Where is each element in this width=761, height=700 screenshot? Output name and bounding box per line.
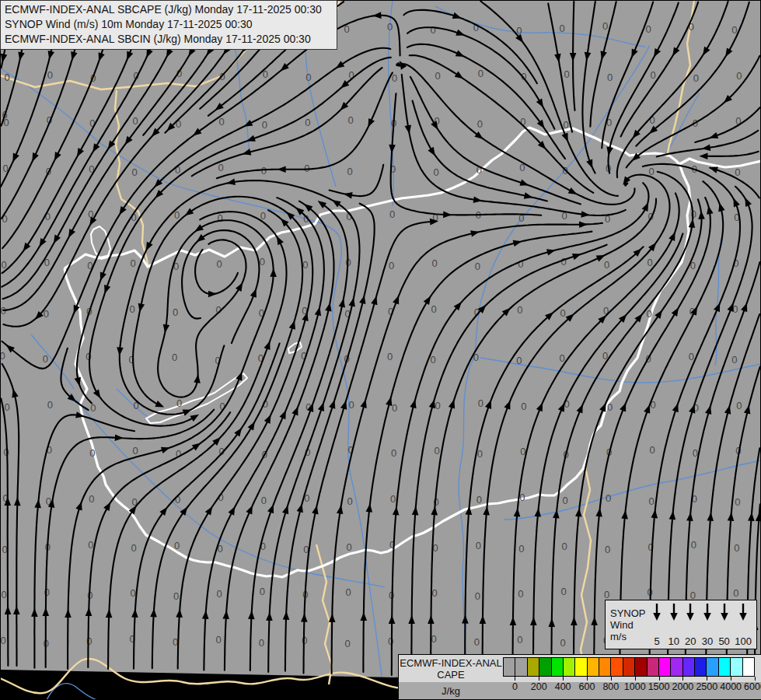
station-value: 0 bbox=[731, 24, 737, 36]
cape-color-cell bbox=[527, 657, 539, 677]
station-value: 0 bbox=[216, 588, 222, 600]
cape-tick bbox=[731, 677, 731, 681]
station-value: 0 bbox=[646, 308, 651, 320]
cape-tick-label: 600 bbox=[579, 681, 595, 692]
wind-speed-column: 50 bbox=[718, 603, 731, 647]
station-value: 0 bbox=[215, 634, 221, 646]
station-value: 0 bbox=[260, 586, 265, 597]
station-value: 0 bbox=[347, 166, 353, 177]
cape-tick bbox=[682, 677, 683, 681]
station-value: 0 bbox=[174, 540, 180, 551]
station-value: 0 bbox=[47, 69, 53, 81]
wind-legend-label-unit: m/s bbox=[610, 631, 651, 642]
cape-tick-label: 200 bbox=[531, 681, 547, 692]
station-value: 0 bbox=[518, 543, 524, 555]
wind-speed-value: 30 bbox=[702, 635, 713, 647]
cape-tick-label: 400 bbox=[555, 681, 571, 692]
station-value: 0 bbox=[133, 445, 138, 457]
station-value: 0 bbox=[647, 257, 652, 268]
wind-speed-value: 100 bbox=[735, 635, 752, 647]
cape-color-cell bbox=[563, 657, 575, 677]
cape-color-cell bbox=[515, 657, 527, 677]
cape-color-cell bbox=[551, 657, 564, 677]
cape-color-bar bbox=[503, 657, 755, 677]
station-value: 0 bbox=[387, 351, 393, 362]
cape-tick-labels: 0200400600800100015002000250040006000 bbox=[503, 677, 755, 698]
station-value: 0 bbox=[689, 351, 694, 362]
down-arrow-icon bbox=[684, 603, 696, 621]
wind-legend-label-wind: Wind bbox=[610, 619, 651, 631]
station-value: 0 bbox=[431, 257, 437, 269]
station-value: 0 bbox=[735, 166, 740, 178]
station-value: 0 bbox=[89, 493, 94, 505]
station-value: 0 bbox=[173, 306, 178, 318]
station-value: 0 bbox=[176, 397, 182, 409]
map-canvas: 0000000000000000000000000000000000000000… bbox=[0, 0, 761, 700]
station-value: 0 bbox=[47, 399, 53, 411]
cape-color-cell bbox=[634, 657, 647, 677]
cape-legend-text: ECMWF-INDEX-ANAL CAPE J/kg bbox=[399, 655, 503, 699]
station-value: 0 bbox=[4, 401, 9, 413]
station-value: 0 bbox=[44, 586, 50, 598]
cape-tick bbox=[659, 677, 660, 681]
station-value: 0 bbox=[733, 587, 738, 599]
station-value: 0 bbox=[346, 586, 351, 598]
station-value: 0 bbox=[561, 586, 567, 597]
station-value: 0 bbox=[476, 494, 482, 506]
cape-tick bbox=[755, 677, 756, 681]
wind-speed-value: 5 bbox=[654, 635, 659, 647]
station-value: 0 bbox=[516, 355, 522, 366]
station-value: 0 bbox=[88, 539, 93, 551]
station-value: 0 bbox=[216, 258, 222, 270]
station-value: 0 bbox=[304, 163, 309, 174]
cape-tick-label: 800 bbox=[602, 681, 619, 692]
cape-color-cell bbox=[658, 657, 671, 677]
cape-legend-inner: ECMWF-INDEX-ANAL CAPE J/kg 0200400600800… bbox=[399, 655, 761, 699]
station-value: 0 bbox=[261, 495, 267, 506]
station-value: 0 bbox=[45, 211, 51, 222]
down-arrow-icon bbox=[737, 603, 749, 621]
cape-tick bbox=[611, 677, 612, 681]
station-value: 0 bbox=[131, 542, 137, 554]
wind-legend: SYNOP Wind m/s 510203050100 bbox=[605, 600, 757, 649]
station-value: 0 bbox=[560, 23, 565, 34]
station-value: 0 bbox=[517, 304, 522, 316]
wind-speed-column: 100 bbox=[735, 603, 752, 647]
station-value: 0 bbox=[435, 400, 440, 411]
station-value: 0 bbox=[173, 590, 179, 602]
cape-tick bbox=[587, 677, 588, 681]
title-box: ECMWF-INDEX-ANAL SBCAPE (J/kg) Monday 17… bbox=[0, 0, 337, 50]
wind-speed-column: 20 bbox=[684, 603, 696, 647]
station-value: 0 bbox=[387, 21, 393, 33]
station-value: 0 bbox=[691, 539, 696, 551]
station-value: 0 bbox=[389, 260, 394, 271]
station-value: 0 bbox=[43, 353, 48, 365]
station-value: 0 bbox=[431, 587, 437, 599]
cape-color-cell bbox=[730, 657, 742, 677]
station-value: 0 bbox=[86, 635, 92, 647]
cape-color-cell bbox=[706, 657, 718, 677]
cape-color-cell bbox=[623, 657, 635, 677]
cape-color-cell bbox=[539, 657, 551, 677]
cape-tick bbox=[635, 677, 636, 681]
cape-tick-label: 4000 bbox=[720, 681, 742, 692]
station-value: 0 bbox=[430, 24, 435, 36]
cape-tick-label: 2000 bbox=[672, 681, 694, 692]
station-value: 0 bbox=[260, 256, 265, 268]
station-value: 0 bbox=[305, 72, 311, 83]
cape-color-cell bbox=[682, 657, 695, 677]
station-value: 0 bbox=[693, 72, 699, 84]
cape-tick bbox=[563, 677, 564, 681]
station-value: 0 bbox=[563, 495, 568, 506]
wind-legend-label: SYNOP Wind m/s bbox=[610, 603, 651, 647]
cape-color-cell bbox=[718, 657, 731, 677]
station-value: 0 bbox=[731, 354, 737, 366]
station-value: 0 bbox=[305, 117, 310, 128]
station-value: 0 bbox=[518, 588, 523, 600]
station-value: 0 bbox=[693, 447, 698, 459]
station-value: 0 bbox=[607, 72, 613, 83]
station-value: 0 bbox=[218, 116, 224, 128]
station-value: 0 bbox=[607, 401, 613, 413]
station-value: 0 bbox=[478, 397, 483, 409]
cape-legend: ECMWF-INDEX-ANAL CAPE J/kg 0200400600800… bbox=[398, 654, 761, 700]
